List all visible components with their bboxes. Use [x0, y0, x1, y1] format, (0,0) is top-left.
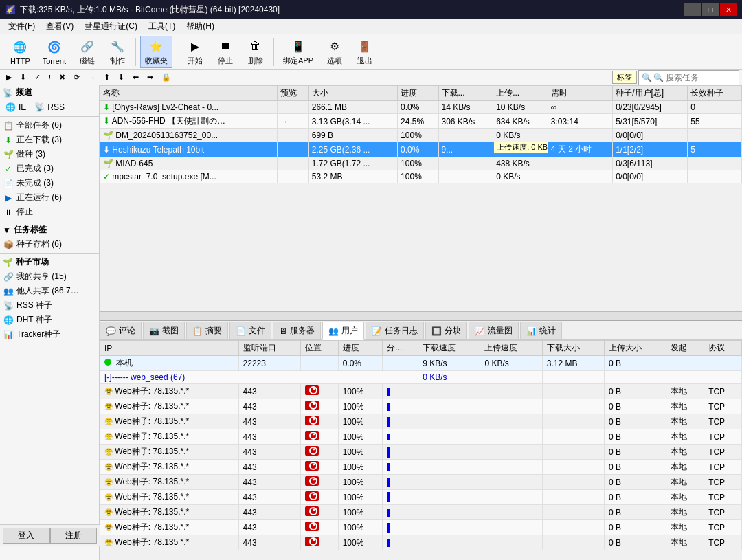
sidebar-running[interactable]: ▶ 正在运行 (6) — [0, 190, 99, 205]
peers-col-progress[interactable]: 进度 — [338, 341, 383, 356]
list-item[interactable]: 😤 Web种子: 78.135.*.* 443 100% 0 B本地TCP — [100, 429, 742, 445]
sidebar-section-tags[interactable]: ▼ 任务标签 — [0, 223, 99, 237]
peers-col-initiated[interactable]: 发起 — [666, 341, 704, 356]
col-download[interactable]: 下载... — [438, 86, 493, 101]
sidebar-incomplete[interactable]: 📄 未完成 (3) — [0, 176, 99, 190]
table-row[interactable]: ⬇ Hoshikuzu Telepath 10bit 2.25 GB(2.36 … — [100, 142, 742, 157]
tb2-btn-8[interactable]: ⬆ — [100, 71, 113, 84]
sidebar-seed-archive[interactable]: 📦 种子存档 (6) — [0, 237, 99, 251]
tab-traffic[interactable]: 📈 流量图 — [469, 322, 519, 339]
close-button[interactable]: ✕ — [720, 3, 737, 16]
tb2-btn-5[interactable]: ✖ — [56, 71, 69, 84]
toolbar-bind-app[interactable]: 📱 绑定APP — [278, 36, 318, 68]
list-item[interactable]: 本机 22223 0.0% 9 KB/s 0 KB/s 3.12 MB 0 B — [100, 356, 742, 371]
tb2-btn-9[interactable]: ⬇ — [115, 71, 128, 84]
menu-view[interactable]: 查看(V) — [41, 19, 79, 34]
tab-users[interactable]: 👥 用户 — [322, 322, 364, 340]
toolbar-favorites[interactable]: ⭐ 收藏夹 — [140, 36, 172, 68]
peers-col-dl-speed[interactable]: 下载速度 — [418, 341, 480, 356]
list-item[interactable]: 😤 Web种子: 78.135.*.* 443 100% 0 B本地TCP — [100, 490, 742, 505]
col-eta[interactable]: 需时 — [548, 86, 612, 101]
peers-col-protocol[interactable]: 协议 — [704, 341, 742, 356]
table-row[interactable]: ⬇ [Ohys-Raws] Lv2-Cheat - 0... 266.1 MB … — [100, 101, 742, 114]
col-progress[interactable]: 进度 — [398, 86, 438, 101]
list-item[interactable]: [-]------ web_seed (67) 0 KB/s — [100, 371, 742, 384]
peers-col-dl-size[interactable]: 下载大小 — [542, 341, 604, 356]
sidebar-tracker-seeds[interactable]: 📊 Tracker种子 — [0, 327, 99, 341]
tab-blocks[interactable]: 🔲 分块 — [425, 322, 467, 339]
toolbar-magnet[interactable]: 🔗 磁链 — [74, 36, 101, 68]
tb2-btn-6[interactable]: ⟳ — [70, 71, 83, 84]
search-input[interactable] — [653, 73, 736, 82]
tb2-btn-12[interactable]: 🔒 — [158, 71, 175, 84]
list-item[interactable]: 😤 Web种子: 78.135.*.* 443 100% 0 B本地TCP — [100, 475, 742, 490]
tb2-btn-11[interactable]: ➡ — [144, 71, 157, 84]
login-button[interactable]: 登入 — [3, 528, 50, 544]
table-row[interactable]: ⬇ ADN-556-FHD 【天使計劃の… → 3.13 GB(3.14 ...… — [100, 114, 742, 129]
list-item[interactable]: 😤 Web种子: 78.135.*.* 443 100% 0 B本地TCP — [100, 384, 742, 399]
toolbar-exit[interactable]: 🚪 退出 — [351, 36, 379, 68]
minimize-button[interactable]: ─ — [684, 3, 701, 16]
tb2-btn-7[interactable]: → — [85, 71, 99, 84]
toolbar-stop[interactable]: ⏹ 停止 — [212, 36, 239, 68]
col-preview[interactable]: 预览 — [278, 86, 309, 101]
sidebar-dht-seeds[interactable]: 🌐 DHT 种子 — [0, 313, 99, 327]
list-item[interactable]: 😤 Web种子: 78.135.*.* 443 100% 0 B本地TCP — [100, 414, 742, 429]
list-item[interactable]: 😤 Web种子: 78.135.*.* 443 100% 0 B本地TCP — [100, 445, 742, 460]
toolbar-make[interactable]: 🔧 制作 — [104, 36, 131, 68]
table-row[interactable]: ✓ mpcstar_7.0_setup.exe [M... 53.2 MB 10… — [100, 170, 742, 183]
tab-screenshot[interactable]: 📷 截图 — [143, 322, 185, 339]
tab-comment[interactable]: 💬 评论 — [100, 322, 142, 339]
sidebar-all-tasks[interactable]: 📋 全部任务 (6) — [0, 118, 99, 133]
sidebar-downloading[interactable]: ⬇ 正在下载 (3) — [0, 133, 99, 147]
peers-col-location[interactable]: 位置 — [300, 341, 338, 356]
tag-button[interactable]: 标签 — [612, 71, 637, 84]
col-effective-seeds[interactable]: 长效种子 — [688, 86, 742, 101]
register-button[interactable]: 注册 — [50, 528, 98, 544]
tb2-btn-4[interactable]: ! — [45, 71, 54, 84]
sidebar-seeding[interactable]: 🌱 做种 (3) — [0, 147, 99, 161]
col-seeds[interactable]: 种子/用户[总] — [613, 86, 688, 101]
menu-file[interactable]: 文件(F) — [3, 19, 41, 34]
sidebar-completed[interactable]: ✓ 已完成 (3) — [0, 161, 99, 176]
sidebar-ie[interactable]: 🌐IE — [3, 101, 29, 113]
list-item[interactable]: 😤 Web种子: 78.135.*.* 443 100% 0 B本地TCP — [100, 505, 742, 520]
sidebar-rss-seeds[interactable]: 📡 RSS 种子 — [0, 298, 99, 313]
tb2-btn-2[interactable]: ⬇ — [16, 71, 30, 84]
peers-col-ul-size[interactable]: 上传大小 — [605, 341, 666, 356]
tb2-btn-3[interactable]: ✓ — [31, 71, 44, 84]
tab-summary[interactable]: 📋 摘要 — [186, 322, 228, 339]
toolbar-options[interactable]: ⚙ 选项 — [321, 36, 348, 68]
list-item[interactable]: 😤 Web种子: 78.135.*.* 443 100% 0 B本地TCP — [100, 399, 742, 414]
table-row[interactable]: 🌱 MIAD-645 1.72 GB(1.72 ... 100% 438 KB/… — [100, 157, 742, 170]
toolbar-http[interactable]: 🌐 HTTP — [5, 37, 35, 67]
sidebar-section-channel[interactable]: 📡 频道 — [0, 85, 99, 100]
sidebar-rss[interactable]: 📡RSS — [32, 101, 67, 113]
sidebar-section-market[interactable]: 🌱 种子市场 — [0, 255, 99, 269]
menu-help[interactable]: 帮助(H) — [181, 19, 220, 34]
tab-stats[interactable]: 📊 统计 — [520, 322, 562, 339]
tab-files[interactable]: 📄 文件 — [229, 322, 271, 339]
tb2-btn-1[interactable]: ▶ — [3, 71, 15, 84]
sidebar-stopped[interactable]: ⏸ 停止 — [0, 205, 99, 219]
sidebar-my-share[interactable]: 🔗 我的共享 (15) — [0, 269, 99, 284]
menu-tools[interactable]: 工具(T) — [143, 19, 181, 34]
toolbar-torrent[interactable]: 🌀 Torrent — [38, 37, 71, 67]
maximize-button[interactable]: □ — [702, 3, 719, 16]
tb2-btn-10[interactable]: ⬅ — [129, 71, 142, 84]
peers-col-ul-speed[interactable]: 上传速度 — [480, 341, 542, 356]
col-upload[interactable]: 上传... — [493, 86, 548, 101]
peers-col-ip[interactable]: IP — [100, 341, 239, 356]
menu-comet[interactable]: 彗星通行证(C) — [79, 19, 143, 34]
list-item[interactable]: 😤 Web种子: 78.135.*.* 443 100% 0 B本地TCP — [100, 460, 742, 475]
table-row[interactable]: 🌱 DM_20240513163752_00... 699 B 100% 0 K… — [100, 129, 742, 142]
toolbar-start[interactable]: ▶ 开始 — [181, 36, 209, 68]
tab-servers[interactable]: 🖥 服务器 — [273, 322, 321, 339]
peers-col-port[interactable]: 监听端口 — [238, 341, 300, 356]
col-name[interactable]: 名称 — [100, 86, 278, 101]
sidebar-others-share[interactable]: 👥 他人共享 (86,7… — [0, 284, 99, 298]
tab-task-log[interactable]: 📝 任务日志 — [366, 322, 424, 339]
horizontal-scrollbar[interactable] — [100, 311, 742, 320]
peers-col-pieces[interactable]: 分... — [383, 341, 418, 356]
list-item[interactable]: 😤 Web种子: 78.135.*.* 443 100% 0 B本地TCP — [100, 520, 742, 535]
